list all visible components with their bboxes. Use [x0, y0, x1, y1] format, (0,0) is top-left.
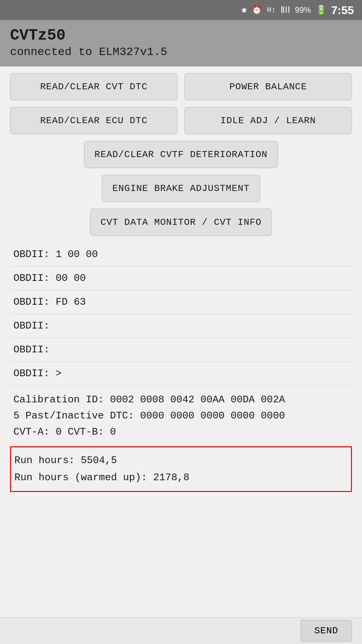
log-row-5: OBDII: >: [10, 362, 352, 386]
bottom-bar: SEND: [0, 617, 362, 644]
main-content: READ/CLEAR CVT DTC POWER BALANCE READ/CL…: [0, 66, 362, 499]
button-row-4: ENGINE BRAKE ADJUSTMENT: [10, 175, 352, 202]
log-row-1: OBDII: 00 00: [10, 266, 352, 290]
log-multi-row: Calibration ID: 0002 0008 0042 00AA 00DA…: [10, 386, 352, 446]
status-icons: ✱ ⏰ H↕ ⅡⅠⅠ 99% 🔋 7:55: [242, 4, 354, 17]
battery-icon: 🔋: [316, 5, 326, 15]
status-bar: ✱ ⏰ H↕ ⅡⅠⅠ 99% 🔋 7:55: [0, 0, 362, 20]
button-row-1: READ/CLEAR CVT DTC POWER BALANCE: [10, 73, 352, 100]
log-row-3: OBDII:: [10, 314, 352, 338]
app-subtitle: connected to ELM327v1.5: [10, 46, 352, 58]
power-balance-button[interactable]: POWER BALANCE: [184, 73, 352, 100]
app-header: CVTz50 connected to ELM327v1.5: [0, 20, 362, 66]
button-row-5: CVT DATA MONITOR / CVT INFO: [10, 209, 352, 236]
signal-icon: ⅡⅠⅠ: [281, 5, 290, 15]
battery-level: 99%: [295, 5, 311, 15]
cvt-data-monitor-button[interactable]: CVT DATA MONITOR / CVT INFO: [90, 209, 272, 236]
app-title: CVTz50: [10, 27, 352, 44]
log-row-2: OBDII: FD 63: [10, 290, 352, 314]
status-time: 7:55: [331, 4, 354, 17]
read-clear-cvt-dtc-button[interactable]: READ/CLEAR CVT DTC: [10, 73, 178, 100]
send-button[interactable]: SEND: [301, 620, 352, 642]
log-row-4: OBDII:: [10, 338, 352, 362]
alarm-icon: ⏰: [251, 5, 262, 15]
button-row-3: READ/CLEAR CVTF DETERIORATION: [10, 141, 352, 168]
engine-brake-adjustment-button[interactable]: ENGINE BRAKE ADJUSTMENT: [102, 175, 260, 202]
data-icon: H↕: [267, 6, 276, 14]
read-clear-ecu-dtc-button[interactable]: READ/CLEAR ECU DTC: [10, 107, 178, 134]
button-row-2: READ/CLEAR ECU DTC IDLE ADJ / LEARN: [10, 107, 352, 134]
idle-adj-learn-button[interactable]: IDLE ADJ / LEARN: [184, 107, 352, 134]
log-row-0: OBDII: 1 00 00: [10, 243, 352, 266]
read-clear-cvtf-deterioration-button[interactable]: READ/CLEAR CVTF DETERIORATION: [84, 141, 278, 168]
highlighted-run-hours: Run hours: 5504,5Run hours (warmed up): …: [10, 446, 352, 492]
log-area: OBDII: 1 00 00 OBDII: 00 00 OBDII: FD 63…: [10, 243, 352, 492]
bluetooth-icon: ✱: [242, 5, 247, 15]
